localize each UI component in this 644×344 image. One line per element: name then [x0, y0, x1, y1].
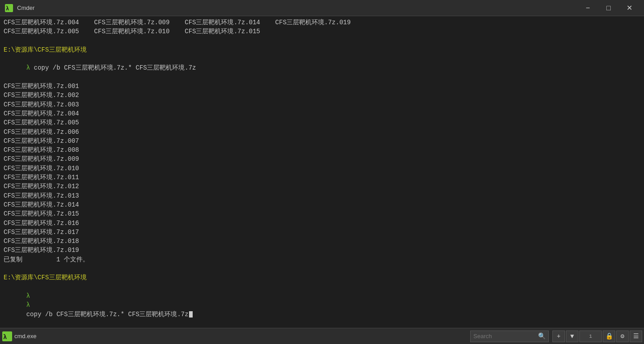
search-input[interactable]: [473, 333, 536, 340]
output-line: CFS三层靶机环境.7z.003: [4, 100, 640, 109]
add-tab-button[interactable]: +: [552, 331, 565, 342]
blank-line: [4, 264, 640, 273]
current-command-text: copy /b CFS三层靶机环境.7z.* CFS三层靶机环境.7z: [26, 311, 188, 318]
path-line-2: E:\资源库\CFS三层靶机环境: [4, 273, 640, 282]
lambda-symbol: λ: [26, 64, 34, 71]
output-line: CFS三层靶机环境.7z.016: [4, 219, 640, 228]
output-line: CFS三层靶机环境.7z.018: [4, 237, 640, 246]
menu-button[interactable]: ☰: [630, 331, 642, 342]
tab-1-button[interactable]: 1: [579, 331, 602, 342]
path-line: E:\资源库\CFS三层靶机环境: [4, 45, 640, 54]
tab-selector-button[interactable]: ▼: [566, 331, 578, 342]
lambda-symbol-2: λ: [26, 292, 34, 300]
output-line: CFS三层靶机环境.7z.019: [4, 246, 640, 255]
output-line: CFS三层靶机环境.7z.005 CFS三层靶机环境.7z.010 CFS三层靶…: [4, 27, 640, 36]
output-line: CFS三层靶机环境.7z.004: [4, 109, 640, 118]
minimize-button[interactable]: −: [578, 0, 598, 16]
window-title: Cmder: [17, 4, 578, 11]
current-command-line: λ λ copy /b CFS三层靶机环境.7z.* CFS三层靶机环境.7z: [4, 282, 640, 326]
output-line: CFS三层靶机环境.7z.001: [4, 82, 640, 91]
output-line: CFS三层靶机环境.7z.007: [4, 137, 640, 146]
close-button[interactable]: ✕: [619, 0, 640, 16]
output-line: CFS三层靶机环境.7z.015: [4, 209, 640, 218]
lock-button[interactable]: 🔒: [603, 331, 615, 342]
titlebar: λ Cmder − □ ✕: [0, 0, 644, 16]
output-line: CFS三层靶机环境.7z.011: [4, 173, 640, 182]
output-line: CFS三层靶机环境.7z.012: [4, 182, 640, 191]
blank-line: [4, 36, 640, 45]
settings-button[interactable]: ⚙: [616, 331, 629, 342]
svg-text:λ: λ: [6, 5, 9, 12]
output-line: CFS三层靶机环境.7z.013: [4, 191, 640, 200]
process-label: cmd.exe: [14, 333, 36, 340]
copy-result-line: 已复制 1 个文件。: [4, 255, 640, 264]
maximize-button[interactable]: □: [598, 0, 619, 16]
terminal-output: CFS三层靶机环境.7z.004 CFS三层靶机环境.7z.009 CFS三层靶…: [4, 18, 640, 326]
search-icon: 🔍: [538, 332, 546, 340]
output-line: CFS三层靶机环境.7z.017: [4, 228, 640, 237]
output-line: CFS三层靶机环境.7z.008: [4, 146, 640, 154]
taskbar-app-icon: λ: [2, 331, 13, 342]
output-line: CFS三层靶机环境.7z.010: [4, 164, 640, 173]
text-cursor: [189, 311, 193, 318]
output-line: CFS三层靶机环境.7z.014: [4, 200, 640, 209]
taskbar-right-controls: + ▼ 1 🔒 ⚙ ☰: [552, 331, 642, 342]
terminal-area[interactable]: CFS三层靶机环境.7z.004 CFS三层靶机环境.7z.009 CFS三层靶…: [0, 16, 644, 328]
taskbar: λ cmd.exe 🔍 + ▼ 1 🔒 ⚙ ☰: [0, 328, 644, 344]
command-line: λ copy /b CFS三层靶机环境.7z.* CFS三层靶机环境.7z: [4, 54, 640, 82]
window-controls: − □ ✕: [578, 0, 640, 16]
lambda-symbol-3: λ: [26, 301, 34, 309]
command-text: copy /b CFS三层靶机环境.7z.* CFS三层靶机环境.7z: [34, 64, 196, 71]
app-icon: λ: [4, 4, 13, 13]
output-line: CFS三层靶机环境.7z.005: [4, 118, 640, 127]
output-line: CFS三层靶机环境.7z.009: [4, 154, 640, 163]
search-box[interactable]: 🔍: [470, 331, 549, 342]
output-line: CFS三层靶机环境.7z.002: [4, 91, 640, 100]
output-line: CFS三层靶机环境.7z.004 CFS三层靶机环境.7z.009 CFS三层靶…: [4, 18, 640, 27]
output-line: CFS三层靶机环境.7z.006: [4, 128, 640, 137]
svg-text:λ: λ: [3, 333, 7, 340]
